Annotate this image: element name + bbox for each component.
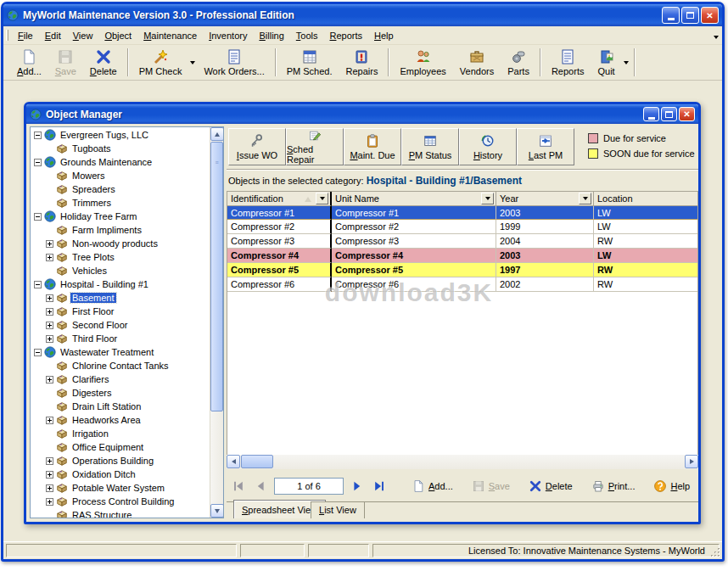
tree-item-selected[interactable]: Basement [31,291,210,305]
close-button[interactable]: ✕ [701,7,719,24]
quit-button[interactable]: Quit [591,46,621,79]
menu-inventory[interactable]: Inventory [203,28,253,43]
tree-item[interactable]: Farm Impliments [31,223,210,237]
col-location[interactable]: Location [594,192,697,206]
unit-name-filter-button[interactable] [481,193,494,204]
expand-icon[interactable] [46,335,53,343]
tree-item[interactable]: Non-woody products [31,237,210,250]
tree-item[interactable]: Process Control Building [31,495,210,508]
tree-item[interactable]: Drain Lift Station [31,400,210,413]
scroll-down-button[interactable] [210,504,224,518]
tree-item[interactable]: Digesters [31,386,210,400]
tree-item[interactable]: Second Floor [31,318,210,332]
menu-file[interactable]: File [12,28,39,43]
tree-item[interactable]: Operations Building [31,454,210,467]
sched-repair-button[interactable]: Sched Repair [286,128,344,165]
tree-item[interactable]: Wastewater Treatment [31,345,210,359]
save-record-button[interactable]: Save [472,479,510,493]
expand-icon[interactable] [46,322,53,329]
scrollbar-thumb[interactable]: ≡ [210,142,223,411]
repairs-button[interactable]: Repairs [339,46,385,79]
maximize-button[interactable] [681,7,699,24]
menu-billing[interactable]: Billing [253,28,289,43]
tree-item[interactable]: Grounds Maintenance [31,155,210,169]
print-button[interactable]: Print... [591,479,636,493]
tree-item[interactable]: Evergreen Tugs, LLC [31,128,210,142]
work-orders-button[interactable]: Work Orders... [197,46,271,79]
tree-item[interactable]: Trimmers [31,196,210,210]
expand-icon[interactable] [46,294,53,302]
table-horizontal-scrollbar[interactable] [227,455,698,469]
pm-status-button[interactable]: PM Status [401,128,459,165]
collapse-icon[interactable] [34,349,42,356]
quit-dropdown-icon[interactable] [624,61,629,64]
expand-icon[interactable] [46,417,53,424]
reports-button[interactable]: Reports [545,46,591,79]
add-button[interactable]: Add... [10,46,48,79]
om-maximize-button[interactable] [661,107,677,121]
collapse-icon[interactable] [34,213,42,221]
main-titlebar[interactable]: MyWorld Maintenance Version 3.0 - Profes… [3,4,722,26]
table-row[interactable]: Compressor #3Compressor #32004RW [227,234,697,249]
resize-grip[interactable] [710,547,721,558]
menu-object[interactable]: Object [98,28,137,43]
tree-item[interactable]: Potable Water System [31,481,210,495]
pm-check-dropdown-icon[interactable] [190,61,195,64]
expand-icon[interactable] [46,498,53,506]
om-close-button[interactable]: ✕ [679,107,695,121]
tree-item[interactable]: First Floor [31,305,210,318]
menu-view[interactable]: View [67,28,99,43]
tab-list-view[interactable]: List View [311,501,365,518]
history-button[interactable]: History [459,128,517,165]
parts-button[interactable]: Parts [501,46,536,79]
table-row[interactable]: Compressor #1Compressor #12003LW [227,205,697,220]
menu-tools[interactable]: Tools [290,28,324,43]
col-identification[interactable]: Identification [227,192,332,206]
first-record-button[interactable] [232,479,245,493]
tree-scrollbar[interactable]: ≡ [210,127,223,518]
vendors-button[interactable]: Vendors [453,46,501,79]
tree-item[interactable]: Hospital - Building #1 [31,277,210,291]
delete-record-button[interactable]: Delete [529,479,573,493]
pm-sched-button[interactable]: PM Sched. [280,46,339,79]
add-record-button[interactable]: Add... [412,479,453,493]
table-row[interactable]: Compressor #2Compressor #21999LW [227,220,697,234]
tree-item[interactable]: Tree Plots [31,250,210,264]
tree-item[interactable]: Oxidation Ditch [31,467,210,481]
col-year[interactable]: Year [496,192,594,206]
tree-item[interactable]: Chlorine Contact Tanks [31,359,210,372]
col-unit-name[interactable]: Unit Name [332,192,496,206]
last-record-button[interactable] [372,479,386,493]
expand-icon[interactable] [46,254,53,261]
identification-filter-button[interactable] [316,193,328,204]
tree-item[interactable]: Vehicles [31,264,210,277]
expand-icon[interactable] [46,471,53,479]
scroll-right-button[interactable] [685,455,698,468]
tree-item[interactable]: Headworks Area [31,413,210,427]
object-manager-titlebar[interactable]: Object Manager ✕ [26,104,698,124]
table-row-due[interactable]: Compressor #4Compressor #42003LW [227,249,697,263]
collapse-icon[interactable] [34,159,42,166]
next-record-button[interactable] [350,479,364,493]
delete-button[interactable]: Delete [83,46,124,79]
help-button[interactable]: Help [653,479,690,493]
pm-check-button[interactable]: PM Check [132,46,189,79]
tree-item[interactable]: Irrigation [31,427,210,440]
menu-reports[interactable]: Reports [324,28,369,43]
scroll-up-button[interactable] [210,127,224,141]
collapse-icon[interactable] [34,281,42,288]
menu-overflow-button[interactable] [714,31,719,41]
tree-item[interactable]: Spreaders [31,182,210,196]
table-row-soon[interactable]: Compressor #5Compressor #51997RW [227,263,697,277]
expand-icon[interactable] [46,484,53,492]
last-pm-button[interactable]: Last PM [517,128,574,165]
minimize-button[interactable] [662,7,680,24]
year-filter-button[interactable] [579,193,591,204]
tree-item[interactable]: Third Floor [31,332,210,345]
om-minimize-button[interactable] [643,107,659,121]
scrollbar-thumb[interactable] [241,455,273,468]
expand-icon[interactable] [46,240,53,248]
issue-wo-button[interactable]: Issue WO [228,128,286,165]
menu-help[interactable]: Help [368,28,400,43]
maint-due-button[interactable]: Maint. Due [344,128,401,165]
